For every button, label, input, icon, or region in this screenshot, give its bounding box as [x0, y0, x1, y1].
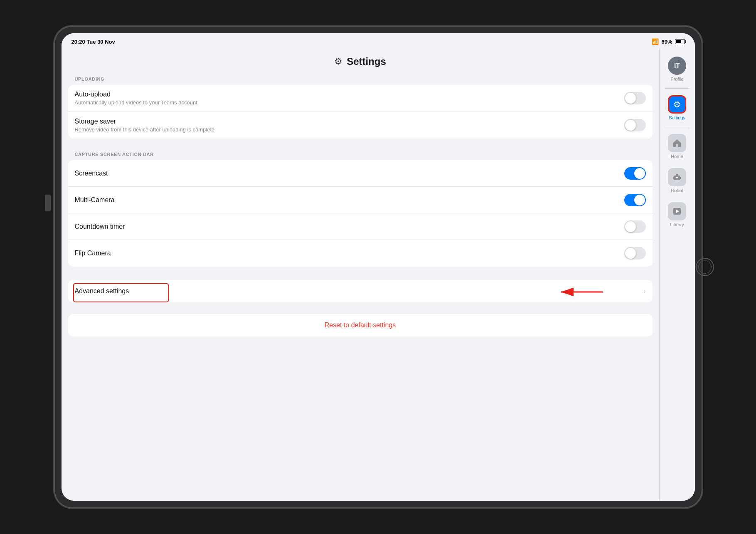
sidebar-item-home[interactable]: Home [662, 130, 692, 163]
multi-camera-title: Multi-Camera [75, 196, 115, 204]
status-time-date: 20:20 Tue 30 Nov [71, 39, 115, 45]
sidebar-item-robot[interactable]: Robot [662, 164, 692, 197]
home-icon [672, 138, 682, 148]
status-date: Tue 30 Nov [86, 39, 115, 45]
screencast-row: Screencast [68, 160, 653, 187]
flip-camera-row: Flip Camera [68, 240, 653, 267]
main-layout: ⚙ Settings UPLOADING Auto-upload Automat… [62, 48, 695, 501]
multi-camera-toggle[interactable] [624, 194, 646, 206]
sidebar-item-profile[interactable]: IT Profile [662, 52, 692, 86]
device-frame: 20:20 Tue 30 Nov 📶 69% ⚙ Settings [54, 26, 702, 508]
auto-upload-subtitle: Automatically upload videos to your Team… [75, 99, 197, 106]
uploading-section: UPLOADING Auto-upload Automatically uplo… [68, 77, 653, 142]
device-screen: 20:20 Tue 30 Nov 📶 69% ⚙ Settings [62, 33, 695, 501]
countdown-row: Countdown timer [68, 213, 653, 240]
svg-rect-4 [677, 177, 678, 178]
storage-saver-row: Storage saver Remove video from this dev… [68, 112, 653, 138]
library-icon [672, 207, 682, 216]
svg-rect-8 [680, 177, 681, 179]
status-time: 20:20 [71, 39, 85, 45]
countdown-title: Countdown timer [75, 223, 125, 230]
auto-upload-row: Auto-upload Automatically upload videos … [68, 85, 653, 112]
content-area: ⚙ Settings UPLOADING Auto-upload Automat… [62, 48, 659, 501]
robot-icon-wrap [668, 168, 686, 186]
capture-header: CAPTURE SCREEN ACTION BAR [68, 152, 653, 160]
settings-gear-icon: ⚙ [334, 56, 342, 67]
reset-label: Reset to default settings [325, 321, 396, 329]
screencast-toggle[interactable] [624, 167, 646, 180]
avatar: IT [668, 57, 686, 75]
sidebar-divider-1 [665, 88, 690, 89]
settings-nav-icon: ⚙ [673, 99, 681, 109]
page-title: Settings [347, 56, 386, 67]
sidebar-label-home: Home [671, 154, 683, 159]
flip-camera-toggle[interactable] [624, 247, 646, 260]
storage-saver-subtitle: Remove video from this device after uplo… [75, 126, 215, 133]
uploading-card: Auto-upload Automatically upload videos … [68, 85, 653, 138]
wifi-icon: 📶 [652, 38, 659, 45]
home-icon-wrap [668, 134, 686, 152]
reset-row[interactable]: Reset to default settings [68, 314, 653, 336]
status-bar: 20:20 Tue 30 Nov 📶 69% [62, 33, 695, 48]
countdown-toggle[interactable] [624, 220, 646, 233]
svg-rect-2 [674, 176, 680, 180]
storage-saver-title: Storage saver [75, 118, 215, 125]
library-icon-wrap [668, 202, 686, 220]
capture-card: Screencast Multi-Camera [68, 160, 653, 267]
page-title-row: ⚙ Settings [68, 48, 653, 77]
sidebar: IT Profile ⚙ Settings [659, 48, 695, 501]
sidebar-label-library: Library [670, 222, 684, 227]
robot-icon [672, 173, 682, 182]
advanced-settings-label: Advanced settings [75, 287, 129, 295]
screencast-title: Screencast [75, 170, 108, 177]
storage-saver-toggle[interactable] [624, 119, 646, 131]
battery-icon [675, 39, 685, 44]
sidebar-item-settings[interactable]: ⚙ Settings [662, 91, 692, 124]
settings-icon-wrap: ⚙ [668, 95, 686, 114]
advanced-settings-container: Advanced settings › [68, 280, 653, 306]
advanced-settings-row[interactable]: Advanced settings › [68, 280, 653, 302]
battery-percent: 69% [661, 39, 672, 45]
home-physical-button[interactable] [696, 258, 714, 276]
capture-section: CAPTURE SCREEN ACTION BAR Screencast Mul… [68, 152, 653, 270]
sidebar-item-library[interactable]: Library [662, 198, 692, 231]
auto-upload-title: Auto-upload [75, 91, 197, 98]
svg-rect-3 [676, 177, 677, 178]
multi-camera-row: Multi-Camera [68, 187, 653, 213]
status-right: 📶 69% [652, 38, 685, 45]
sidebar-label-profile: Profile [670, 77, 683, 82]
flip-camera-title: Flip Camera [75, 250, 111, 257]
uploading-header: UPLOADING [68, 77, 653, 85]
sidebar-divider-2 [665, 127, 690, 127]
chevron-right-icon: › [643, 287, 645, 295]
sidebar-label-settings: Settings [669, 115, 685, 120]
camera-button [45, 195, 51, 211]
reset-card: Reset to default settings [68, 314, 653, 336]
sidebar-label-robot: Robot [671, 188, 683, 193]
auto-upload-toggle[interactable] [624, 92, 646, 104]
svg-rect-7 [673, 177, 674, 179]
